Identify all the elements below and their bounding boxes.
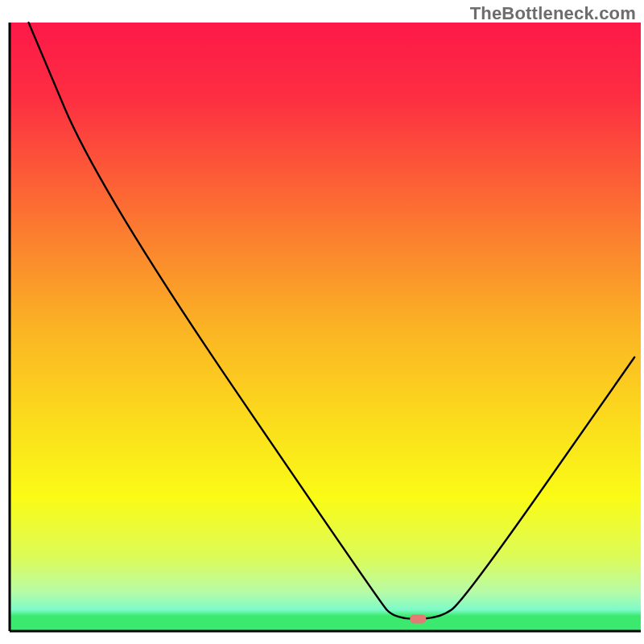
optimal-marker (410, 614, 426, 623)
chart-svg (0, 0, 644, 644)
plot-background (10, 23, 641, 631)
bottleneck-chart: TheBottleneck.com (0, 0, 644, 644)
watermark-label: TheBottleneck.com (470, 3, 636, 24)
